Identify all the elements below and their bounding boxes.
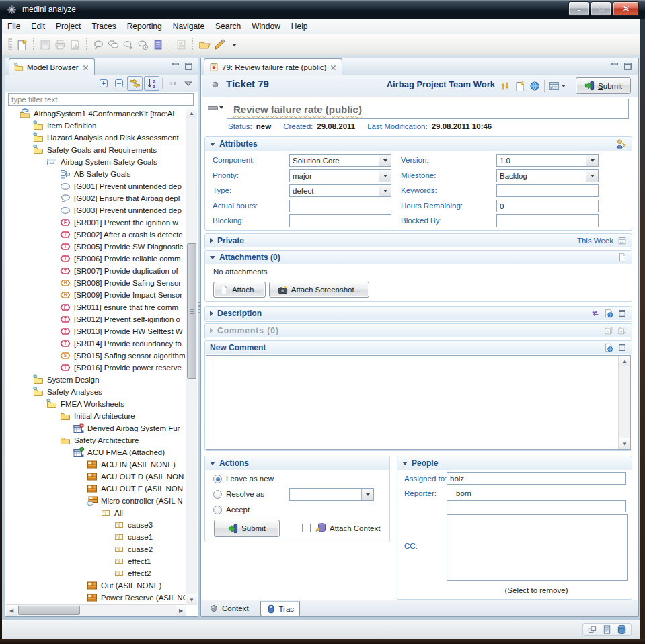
tree-item[interactable]: T[SR006] Provide reliable comm: [6, 253, 185, 265]
submit-button-actions[interactable]: Submit: [214, 520, 280, 537]
preview-globe-icon[interactable]: [604, 309, 613, 318]
combo-dropdown-button[interactable]: [361, 489, 373, 500]
type-combo[interactable]: defect: [289, 184, 391, 197]
cc-add-input[interactable]: [447, 500, 626, 512]
globe-icon[interactable]: [529, 81, 540, 91]
tree-item[interactable]: T[SR012] Prevent self-iginition o: [6, 313, 185, 325]
submit-button-top[interactable]: Submit: [576, 77, 631, 94]
desc-sync-icon[interactable]: [591, 309, 600, 318]
tree-item[interactable]: [G001] Prevent unintended dep: [6, 180, 185, 192]
tree-item[interactable]: Safety Analyses: [6, 386, 185, 398]
tree-item[interactable]: H[SR009] Provide Impact Sensor: [6, 289, 185, 301]
combo-dropdown-button[interactable]: [379, 170, 391, 182]
comments-header[interactable]: Comments (0): [205, 324, 632, 337]
close-tab-icon[interactable]: [330, 64, 337, 71]
console-doc-icon[interactable]: [602, 625, 612, 635]
tree-item[interactable]: ACU FMEA (Attached): [6, 446, 185, 458]
menu-file[interactable]: File: [2, 19, 26, 34]
this-week-link[interactable]: This Week: [577, 237, 613, 245]
tree-item[interactable]: Power Reserve (ASIL NO: [6, 592, 185, 604]
maximize-view-icon[interactable]: [184, 61, 194, 71]
assigned-to-input[interactable]: holz: [447, 472, 626, 485]
radio-accept[interactable]: [213, 506, 222, 514]
preview-globe-icon[interactable]: [604, 343, 613, 352]
scheduling-dropdown[interactable]: [549, 81, 566, 91]
tree-item[interactable]: ACU IN (ASIL NONE): [6, 458, 185, 471]
trace-bubble-recent-button[interactable]: [135, 37, 150, 52]
tree-item[interactable]: cause3: [6, 519, 185, 531]
new-file-button[interactable]: [14, 37, 29, 52]
trace-bubble-add-button[interactable]: [120, 37, 135, 52]
scroll-up-arrow[interactable]: ▲: [619, 356, 630, 366]
milestone-combo[interactable]: Backlog: [496, 169, 599, 182]
view-menu-button[interactable]: [181, 77, 195, 90]
brush-button[interactable]: [212, 37, 227, 52]
attach-button[interactable]: Attach...: [213, 282, 266, 298]
restore-tray-icon[interactable]: [587, 625, 597, 635]
minimize-view-icon[interactable]: [610, 61, 620, 71]
tree-item[interactable]: [G002] Ensure that Airbag depl: [6, 192, 185, 204]
person-key-icon[interactable]: [616, 138, 627, 149]
blocked-by-input[interactable]: [496, 214, 599, 227]
tree-item[interactable]: AB Safety Goals: [6, 168, 185, 180]
tree-item[interactable]: [G003] Prevent unintended dep: [6, 204, 185, 216]
header-menu-dropdown[interactable]: [219, 106, 223, 109]
menu-window[interactable]: Window: [246, 19, 286, 34]
blocking-input[interactable]: [289, 214, 391, 227]
priority-combo[interactable]: major: [289, 169, 391, 182]
hours-remaining-input[interactable]: 0: [496, 200, 599, 212]
tree-item[interactable]: Airbag System Safety Goals: [6, 156, 185, 168]
scroll-right-arrow[interactable]: ▶: [176, 605, 186, 616]
tree-item[interactable]: H[SR008] Provide Safing Sensor: [6, 277, 185, 289]
link-arrows-button[interactable]: [127, 76, 143, 91]
description-header[interactable]: Description: [205, 307, 632, 320]
maximize-sq-icon[interactable]: [617, 309, 627, 318]
scroll-down-arrow[interactable]: ▼: [619, 438, 630, 449]
component-combo[interactable]: Solution Core: [289, 154, 391, 167]
close-tab-icon[interactable]: [82, 64, 89, 71]
trace-bubble-button[interactable]: [91, 37, 106, 52]
scroll-down-arrow[interactable]: ▼: [186, 594, 197, 605]
scrollbar-thumb[interactable]: [18, 606, 80, 615]
tree-item[interactable]: FDerived Airbag System Fur: [6, 422, 185, 434]
tree-item[interactable]: All: [6, 507, 185, 519]
tree-item[interactable]: T[SR016] Provide power reserve: [6, 362, 185, 374]
version-combo[interactable]: 1.0: [496, 154, 599, 167]
tree-vertical-scrollbar[interactable]: ▲ ▼: [186, 108, 197, 605]
tree-item[interactable]: System Design: [6, 374, 185, 386]
menu-arrow-button[interactable]: [227, 37, 241, 52]
scrollbar-thumb[interactable]: [187, 243, 196, 379]
maximize-sq-icon[interactable]: [617, 343, 627, 352]
tree-item[interactable]: Safety Architecture: [6, 434, 185, 446]
close-button[interactable]: [613, 1, 639, 16]
tree-item[interactable]: AirbagSystem1.4ConformanceKit [trac:Ai: [6, 108, 185, 120]
menu-navigate[interactable]: Navigate: [167, 19, 210, 34]
people-header[interactable]: People: [397, 456, 632, 470]
radio-resolve-as[interactable]: [213, 490, 222, 499]
expand-box-button[interactable]: [96, 77, 110, 90]
tree-item[interactable]: T[SR005] Provide SW Diagnostic: [6, 241, 185, 253]
attach-screenshot-button[interactable]: Attach Screenshot...: [269, 282, 369, 298]
tree-item[interactable]: Item Definition: [6, 120, 185, 132]
trace-notes-button[interactable]: [150, 37, 165, 52]
titlebar[interactable]: medini analyze: [0, 0, 645, 19]
summary-field[interactable]: Review failure rate (public): [227, 99, 629, 119]
folder-open-button[interactable]: [197, 37, 212, 52]
tree-item[interactable]: T[SR002] After a crash is detecte: [6, 229, 185, 241]
tree-item[interactable]: T[SR013] Provide HW Selftest W: [6, 325, 185, 337]
tab-trac[interactable]: Trac: [260, 601, 301, 616]
tree-item[interactable]: F[SR001] Prevent the ignition w: [6, 216, 185, 229]
expand-all-icon[interactable]: [617, 326, 627, 335]
scroll-left-arrow[interactable]: ◀: [6, 605, 17, 616]
collapse-header-button[interactable]: [208, 106, 218, 110]
attributes-header[interactable]: Attributes: [205, 137, 632, 151]
toolbar-grip[interactable]: [8, 38, 12, 50]
tree-item[interactable]: Micro controller (ASIL N: [6, 495, 185, 507]
sort-az-button[interactable]: az: [144, 76, 159, 91]
tree-item[interactable]: T[SR007] Provide duplication of: [6, 265, 185, 277]
tab-context[interactable]: Context: [204, 601, 254, 615]
menu-project[interactable]: Project: [50, 19, 86, 34]
tree-item[interactable]: T[SR014] Provide redundancy fo: [6, 337, 185, 350]
tree-item[interactable]: ACU OUT F (ASIL NON: [6, 483, 185, 495]
maximize-view-icon[interactable]: [623, 61, 633, 71]
